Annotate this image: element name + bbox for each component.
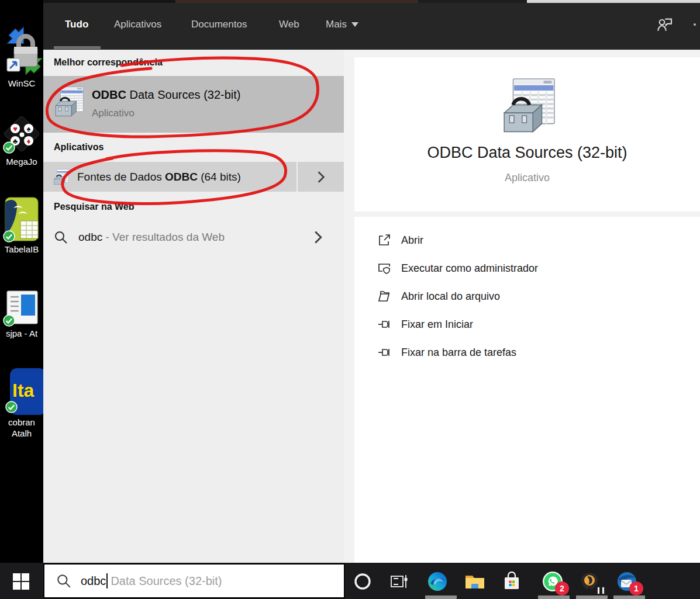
whatsapp-badge: 2 (555, 581, 569, 595)
running-indicator-media (576, 595, 608, 599)
desktop-icon-winscp[interactable]: WinSC (0, 26, 45, 88)
pin-icon (377, 345, 391, 359)
desktop-icon-itau[interactable]: Ita cobran Atalh (0, 368, 45, 438)
desktop-icon-label2: Atalh (12, 428, 32, 438)
action-label: Abrir local do arquivo (401, 290, 500, 303)
best-match-subtitle: Aplicativo (92, 108, 135, 119)
fontes-pre: Fontes de Dados (77, 171, 165, 183)
feedback-person-icon[interactable] (655, 15, 674, 34)
desktop-icon-label: MegaJo (6, 157, 37, 167)
running-indicator-whatsapp (538, 595, 570, 599)
preview-title: ODBC Data Sources (32-bit) (354, 144, 700, 162)
task-view-icon (389, 573, 409, 590)
sync-check-icon (5, 401, 18, 413)
tab-documentos[interactable]: Documentos (191, 19, 247, 30)
web-search-header: Pesquisar na Web (54, 202, 135, 212)
pause-badge (597, 587, 605, 594)
text-caret (106, 573, 108, 588)
sync-check-icon (3, 314, 15, 327)
chevron-right-icon[interactable] (313, 230, 323, 244)
sync-check-icon (3, 141, 15, 154)
chevron-down-icon (351, 22, 358, 27)
action-open[interactable]: Abrir (354, 226, 700, 254)
preview-subtitle: Aplicativo (354, 172, 700, 184)
search-icon (54, 230, 68, 244)
running-indicator-edge (425, 595, 457, 599)
taskbar-thunderbird[interactable]: 1 (615, 570, 639, 593)
edge-icon (427, 571, 448, 592)
preview-card: ODBC Data Sources (32-bit) Aplicativo (354, 57, 700, 212)
action-open-file-location[interactable]: Abrir local do arquivo (354, 282, 700, 310)
tab-aplicativos[interactable]: Aplicativos (114, 19, 161, 30)
tab-mais[interactable]: Mais (326, 19, 358, 30)
best-match-title: ODBC Data Sources (32-bit) (92, 88, 241, 102)
odbc-toolbox-icon (499, 77, 556, 134)
search-autocomplete-text: Data Sources (32-bit) (111, 574, 222, 588)
screen: WinSC ♥ ♠ ♣ ♦ MegaJo TabelaIB (0, 0, 700, 599)
fontes-post: (64 bits) (198, 171, 241, 183)
run-as-admin-icon (377, 261, 391, 275)
taskbar-microsoft-store[interactable] (500, 570, 523, 593)
taskbar-file-explorer[interactable] (463, 570, 487, 593)
best-match-title-rest: Data Sources (32-bit) (126, 88, 241, 101)
desktop-icon-megajogo[interactable]: ♥ ♠ ♣ ♦ MegaJo (0, 113, 45, 167)
itau-icon-text: Ita (12, 380, 34, 401)
sync-check-icon (3, 230, 15, 243)
svg-text:♦: ♦ (27, 137, 31, 146)
action-run-as-admin[interactable]: Executar como administrador (354, 254, 700, 282)
start-button[interactable] (12, 573, 30, 590)
odbc-toolbox-icon (53, 169, 69, 185)
taskbar-whatsapp[interactable]: 2 (541, 570, 564, 593)
running-indicator-thunderbird (613, 595, 645, 599)
tab-tudo[interactable]: Tudo (65, 19, 88, 30)
taskbar-edge[interactable] (426, 570, 449, 593)
tab-web[interactable]: Web (279, 19, 299, 30)
web-search-label: odbc - Ver resultados da Web (78, 231, 225, 244)
cortana-icon (354, 573, 371, 590)
winscp-icon (0, 26, 43, 76)
action-label: Fixar em Iniciar (401, 318, 473, 331)
action-label: Abrir (401, 234, 423, 247)
fontes-bold: ODBC (165, 171, 198, 183)
apps-header: Aplicativos (54, 142, 104, 153)
microsoft-store-icon (502, 572, 522, 591)
search-icon (56, 573, 71, 588)
desktop-icon-tabela[interactable]: TabelaIB (0, 196, 45, 254)
action-label: Executar como administrador (401, 262, 538, 275)
desktop-icon-label: cobran (8, 417, 35, 427)
actions-card: Abrir Executar como administrador Abrir … (354, 217, 700, 563)
chevron-right-icon (316, 171, 326, 183)
thunderbird-badge: 1 (629, 581, 643, 595)
file-explorer-icon (464, 572, 485, 591)
desktop-icon-label: sjpa - At (6, 328, 37, 338)
best-match-title-bold: ODBC (92, 88, 126, 101)
web-query: odbc (78, 231, 102, 243)
desktop-icon-label: WinSC (8, 78, 36, 88)
taskbar-media-player[interactable] (578, 570, 601, 593)
action-pin-to-taskbar[interactable]: Fixar na barra de tarefas (354, 338, 700, 366)
result-web-search-odbc[interactable]: odbc - Ver resultados da Web (43, 222, 344, 252)
pin-icon (377, 317, 391, 331)
web-query-rest: - Ver resultados da Web (102, 231, 225, 243)
active-tab-underline (54, 46, 101, 49)
expand-result-chevron[interactable] (298, 162, 344, 192)
svg-text:♠: ♠ (27, 124, 31, 133)
action-label: Fixar na barra de tarefas (401, 347, 516, 359)
ellipsis-dot (694, 23, 696, 26)
result-best-match-odbc32[interactable] (43, 76, 344, 133)
tab-mais-label: Mais (326, 19, 347, 30)
action-pin-to-start[interactable]: Fixar em Iniciar (354, 310, 700, 338)
odbc-toolbox-icon (53, 86, 84, 117)
desktop-icon-sjpa[interactable]: sjpa - At (0, 289, 45, 338)
taskbar-task-view[interactable] (387, 570, 411, 593)
fontes-odbc-label: Fontes de Dados ODBC (64 bits) (77, 171, 241, 183)
file-location-icon (377, 289, 391, 303)
desktop-icon-label: TabelaIB (5, 244, 39, 254)
best-match-header: Melhor correspondência (54, 57, 163, 68)
search-typed-text: odbc (81, 574, 106, 588)
svg-text:♥: ♥ (13, 124, 18, 133)
result-fontes-odbc64[interactable]: Fontes de Dados ODBC (64 bits) (43, 162, 296, 192)
taskbar-search-input[interactable]: odbc Data Sources (32-bit) (43, 563, 345, 598)
open-icon (377, 233, 391, 247)
taskbar-cortana[interactable] (351, 570, 374, 593)
